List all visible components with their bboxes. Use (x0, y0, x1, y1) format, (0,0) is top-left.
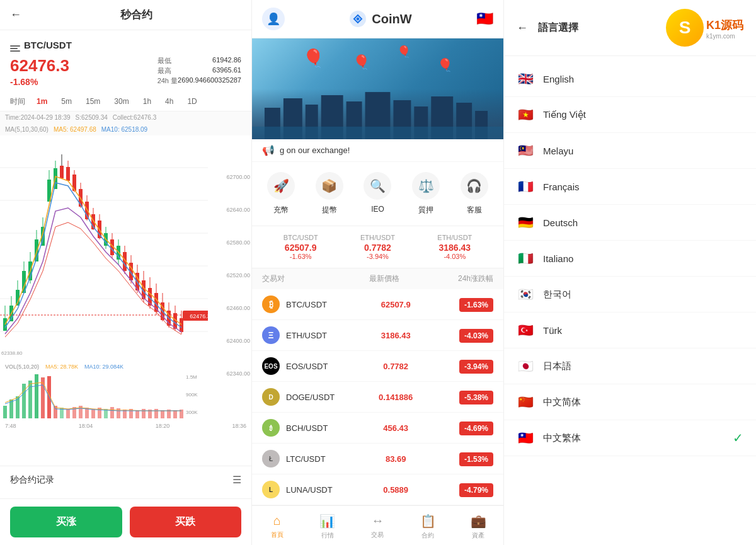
svg-rect-82 (91, 409, 95, 418)
svg-rect-112 (252, 127, 503, 139)
time-15m[interactable]: 15m (83, 96, 103, 107)
quick-action-withdraw[interactable]: 📦 提幣 (316, 172, 343, 215)
nav-contract[interactable]: 📋 合約 (403, 511, 453, 542)
lang-italian[interactable]: 🇮🇹 Italiano (504, 241, 756, 277)
balloon-4: 🎈 (437, 57, 453, 72)
svg-rect-95 (173, 410, 177, 418)
home-icon: ⌂ (273, 513, 281, 528)
svg-rect-72 (28, 381, 32, 418)
vol-ma-labels: VOL(5,10,20) MA5: 28.78K MA10: 29.084K (0, 362, 251, 371)
nav-assets[interactable]: 💼 資產 (453, 511, 503, 542)
svg-rect-27 (66, 167, 70, 181)
check-icon: ✓ (733, 430, 743, 445)
eth-icon: Ξ (262, 326, 280, 344)
table-row[interactable]: ₿ BCH/USDT 456.43 -4.69% (252, 413, 503, 444)
records-section: 秒合约记录 ☰ (0, 466, 251, 498)
lang-french[interactable]: 🇫🇷 Français (504, 169, 756, 205)
brand-logo: S K1源码 k1ym.com (666, 9, 743, 47)
contract-icon: 📋 (420, 513, 436, 529)
svg-rect-23 (54, 168, 57, 189)
svg-rect-85 (110, 407, 114, 418)
time-1h[interactable]: 1h (140, 96, 154, 107)
records-menu-icon[interactable]: ☰ (232, 474, 241, 486)
buy-rise-button[interactable]: 买涨 (10, 507, 122, 537)
quick-actions-bar: 🚀 充幣 📦 提幣 🔍 IEO ⚖️ 質押 🎧 客服 (252, 162, 503, 226)
buy-fall-button[interactable]: 买跌 (130, 507, 242, 537)
svg-rect-92 (154, 409, 158, 418)
lang-turkish[interactable]: 🇹🇷 Türk (504, 313, 756, 348)
ticker-eth1[interactable]: ETH/USDT 0.7782 -3.94% (360, 234, 395, 260)
lang-japanese[interactable]: 🇯🇵 日本語 (504, 348, 756, 384)
left-trading-panel: ← 秒合约 BTC/USDT 62476.3 -1.68% 最低 61942.8… (0, 0, 252, 545)
market-table: 交易对 最新價格 24h涨跌幅 ₿ BTC/USDT 62507.9 -1.63… (252, 268, 503, 505)
buy-buttons-bar: 买涨 买跌 (0, 498, 251, 545)
balloon-2: 🎈 (353, 54, 370, 71)
quick-action-deposit[interactable]: 🚀 充幣 (267, 172, 295, 215)
lang-chinese-traditional[interactable]: 🇹🇼 中文繁体 ✓ (504, 420, 756, 456)
language-list: 🇬🇧 English 🇻🇳 Tiếng Việt 🇲🇾 Melayu 🇫🇷 Fr… (504, 56, 756, 545)
quick-action-pledge[interactable]: ⚖️ 質押 (412, 172, 440, 215)
ticker-eth2[interactable]: ETH/USDT 3186.43 -4.03% (437, 234, 472, 260)
assets-icon: 💼 (471, 513, 486, 529)
chinese-traditional-flag: 🇹🇼 (517, 429, 534, 447)
table-row[interactable]: Ξ ETH/USDT 3186.43 -4.03% (252, 320, 503, 351)
turkish-flag: 🇹🇷 (517, 321, 534, 339)
vietnamese-flag: 🇻🇳 (517, 106, 534, 123)
balloon-3: 🎈 (397, 45, 411, 59)
lang-malay[interactable]: 🇲🇾 Melayu (504, 133, 756, 169)
table-row[interactable]: ₿ BTC/USDT 62507.9 -1.63% (252, 289, 503, 320)
lang-english[interactable]: 🇬🇧 English (504, 61, 756, 97)
luna-icon: L (262, 481, 280, 498)
price-change: -1.68% (10, 77, 69, 87)
time-1d[interactable]: 1D (185, 96, 199, 107)
table-row[interactable]: Ł LTC/USDT 83.69 -1.53% (252, 444, 503, 474)
left-header: ← 秒合约 (0, 0, 251, 30)
market-icon: 📊 (319, 513, 335, 529)
lang-german[interactable]: 🇩🇪 Deutsch (504, 205, 756, 241)
brand-circle: S (666, 9, 704, 47)
svg-rect-25 (60, 166, 64, 178)
right-back-button[interactable]: ← (517, 21, 528, 35)
time-4h[interactable]: 4h (163, 96, 176, 107)
left-back-button[interactable]: ← (10, 8, 21, 21)
ticker-btc[interactable]: BTC/USDT 62507.9 -1.63% (284, 234, 318, 260)
japanese-flag: 🇯🇵 (517, 357, 534, 375)
balloon-1: 🎈 (302, 48, 324, 69)
coinw-logo: CoinW (349, 10, 411, 28)
nav-trade[interactable]: ↔ 交易 (353, 511, 403, 542)
quick-action-support[interactable]: 🎧 客服 (461, 172, 488, 215)
country-flag[interactable]: 🇹🇼 (476, 11, 493, 27)
nav-market[interactable]: 📊 行情 (302, 511, 353, 542)
doge-icon: D (262, 388, 280, 406)
quick-action-ieo[interactable]: 🔍 IEO (364, 172, 391, 215)
chart-time-labels: 7:48 18:04 18:20 18:36 (0, 422, 251, 430)
lang-chinese-simplified[interactable]: 🇨🇳 中文简体 (504, 384, 756, 420)
table-row[interactable]: EOS EOS/USDT 0.7782 -3.94% (252, 351, 503, 382)
bottom-navigation: ⌂ 首頁 📊 行情 ↔ 交易 📋 合約 💼 資產 (252, 505, 503, 545)
svg-rect-68 (3, 406, 7, 418)
right-header: ← 語言選擇 S K1源码 k1ym.com (504, 0, 756, 56)
menu-icon (10, 38, 20, 52)
withdraw-icon: 📦 (316, 172, 343, 200)
time-30m[interactable]: 30m (112, 96, 131, 107)
coinw-header: 👤 CoinW 🇹🇼 (252, 0, 503, 38)
svg-rect-74 (41, 377, 45, 418)
time-5m[interactable]: 5m (59, 96, 74, 107)
lang-korean[interactable]: 🇰🇷 한국어 (504, 277, 756, 313)
left-panel-title: 秒合约 (32, 8, 241, 22)
announcement-bar: 📢 g on our exchange! (252, 139, 503, 162)
time-selector: 时间 1m 5m 15m 30m 1h 4h 1D (0, 92, 251, 112)
city-silhouette (252, 89, 503, 139)
nav-home[interactable]: ⌂ 首頁 (252, 511, 302, 542)
svg-rect-89 (135, 410, 139, 418)
time-1m[interactable]: 1m (34, 96, 50, 107)
lang-vietnamese[interactable]: 🇻🇳 Tiếng Việt (504, 97, 756, 133)
table-row[interactable]: D DOGE/USDT 0.141886 -5.38% (252, 382, 503, 413)
coinw-logo-icon (349, 10, 367, 28)
english-flag: 🇬🇧 (517, 70, 534, 88)
table-row[interactable]: L LUNA/USDT 0.5889 -4.79% (252, 474, 503, 505)
user-avatar[interactable]: 👤 (262, 8, 285, 30)
eos-icon: EOS (262, 357, 280, 375)
svg-text:900K: 900K (186, 392, 198, 398)
brand-url: k1ym.com (706, 33, 743, 40)
